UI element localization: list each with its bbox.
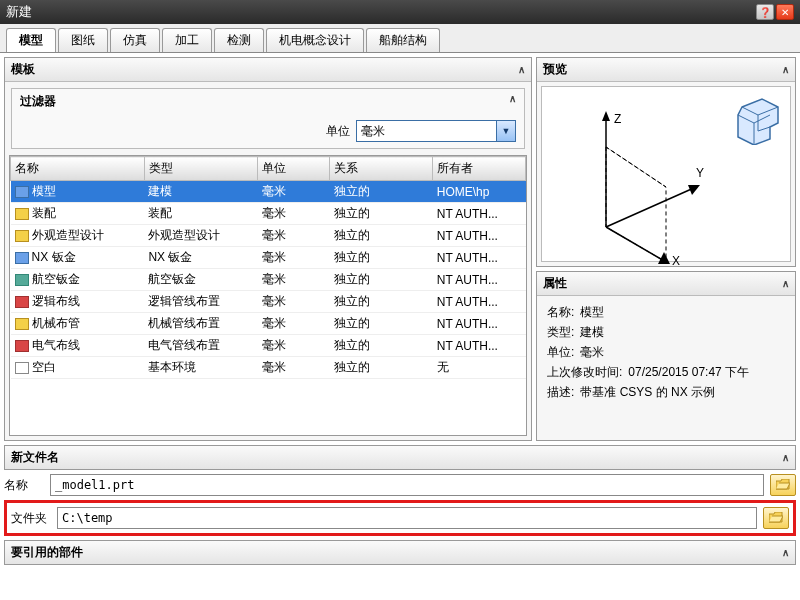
csys-icon: Z Y X (566, 107, 706, 267)
svg-line-9 (606, 147, 666, 187)
col-owner[interactable]: 所有者 (433, 157, 526, 181)
tab-ship[interactable]: 船舶结构 (366, 28, 440, 52)
col-type[interactable]: 类型 (144, 157, 257, 181)
tab-drawing[interactable]: 图纸 (58, 28, 108, 52)
chevron-up-icon[interactable]: ∧ (509, 93, 516, 110)
table-row[interactable]: 电气布线电气管线布置毫米独立的NT AUTH... (11, 335, 526, 357)
svg-line-3 (606, 187, 696, 227)
ref-parts-section: 要引用的部件 ∧ (4, 540, 796, 565)
tab-model[interactable]: 模型 (6, 28, 56, 52)
preview-title: 预览 (543, 61, 567, 78)
unit-label: 单位 (326, 123, 350, 140)
window-title: 新建 (6, 3, 32, 21)
table-row[interactable]: 逻辑布线逻辑管线布置毫米独立的NT AUTH... (11, 291, 526, 313)
tab-inspection[interactable]: 检测 (214, 28, 264, 52)
svg-text:X: X (672, 254, 680, 267)
template-table: 名称 类型 单位 关系 所有者 模型建模毫米独立的HOME\hp装配装配毫米独立… (9, 155, 527, 436)
properties-title: 属性 (543, 275, 567, 292)
col-rel[interactable]: 关系 (330, 157, 433, 181)
folder-row: 文件夹 (11, 507, 789, 529)
col-unit[interactable]: 单位 (258, 157, 330, 181)
tab-simulation[interactable]: 仿真 (110, 28, 160, 52)
template-panel-title: 模板 (11, 61, 35, 78)
col-name[interactable]: 名称 (11, 157, 145, 181)
folder-label: 文件夹 (11, 510, 51, 527)
new-file-section: 新文件名 ∧ (4, 445, 796, 470)
model-cube-icon (732, 95, 782, 145)
window-buttons: ❓ ✕ (756, 4, 794, 20)
svg-text:Z: Z (614, 112, 621, 126)
template-icon (15, 230, 29, 242)
unit-select[interactable]: ▼ (356, 120, 516, 142)
preview-viewport[interactable]: Z Y X (541, 86, 791, 262)
preview-panel: 预览 ∧ Z Y X (536, 57, 796, 267)
folder-input[interactable] (57, 507, 757, 529)
title-bar: 新建 ❓ ✕ (0, 0, 800, 24)
chevron-up-icon[interactable]: ∧ (782, 278, 789, 289)
template-icon (15, 362, 29, 374)
template-icon (15, 252, 29, 264)
filter-title: 过滤器 (20, 93, 56, 110)
template-panel: 模板 ∧ 过滤器 ∧ 单位 ▼ (4, 57, 532, 441)
ref-parts-title: 要引用的部件 (11, 544, 83, 561)
chevron-up-icon[interactable]: ∧ (782, 547, 789, 558)
close-button[interactable]: ✕ (776, 4, 794, 20)
template-icon (15, 208, 29, 220)
table-row[interactable]: 机械布管机械管线布置毫米独立的NT AUTH... (11, 313, 526, 335)
template-icon (15, 296, 29, 308)
template-panel-header: 模板 ∧ (5, 58, 531, 82)
name-input[interactable] (50, 474, 764, 496)
name-row: 名称 (4, 474, 796, 496)
chevron-up-icon[interactable]: ∧ (518, 64, 525, 75)
name-label: 名称 (4, 477, 44, 494)
browse-folder-button[interactable] (763, 507, 789, 529)
template-icon (15, 318, 29, 330)
dropdown-button[interactable]: ▼ (496, 120, 516, 142)
folder-row-highlight: 文件夹 (4, 500, 796, 536)
table-row[interactable]: 航空钣金航空钣金毫米独立的NT AUTH... (11, 269, 526, 291)
unit-select-input[interactable] (356, 120, 516, 142)
template-icon (15, 340, 29, 352)
tab-machining[interactable]: 加工 (162, 28, 212, 52)
new-file-title: 新文件名 (11, 449, 59, 466)
table-row[interactable]: 外观造型设计外观造型设计毫米独立的NT AUTH... (11, 225, 526, 247)
table-row[interactable]: 模型建模毫米独立的HOME\hp (11, 181, 526, 203)
table-row[interactable]: NX 钣金NX 钣金毫米独立的NT AUTH... (11, 247, 526, 269)
table-row[interactable]: 装配装配毫米独立的NT AUTH... (11, 203, 526, 225)
chevron-up-icon[interactable]: ∧ (782, 452, 789, 463)
table-row[interactable]: 空白基本环境毫米独立的无 (11, 357, 526, 379)
help-button[interactable]: ❓ (756, 4, 774, 20)
filter-box: 过滤器 ∧ 单位 ▼ (11, 88, 525, 149)
template-icon (15, 274, 29, 286)
svg-marker-1 (602, 111, 610, 121)
properties-panel: 属性 ∧ 名称:模型 类型:建模 单位:毫米 上次修改时间:07/25/2015… (536, 271, 796, 441)
svg-text:Y: Y (696, 166, 704, 180)
chevron-up-icon[interactable]: ∧ (782, 64, 789, 75)
properties-body: 名称:模型 类型:建模 单位:毫米 上次修改时间:07/25/2015 07:4… (537, 296, 795, 408)
tab-bar: 模型 图纸 仿真 加工 检测 机电概念设计 船舶结构 (0, 24, 800, 53)
tab-mechatronics[interactable]: 机电概念设计 (266, 28, 364, 52)
browse-name-button[interactable] (770, 474, 796, 496)
template-icon (15, 186, 29, 198)
